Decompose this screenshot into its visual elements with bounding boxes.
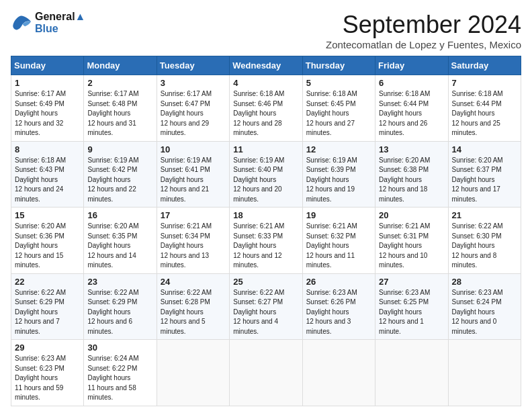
weekday-header: Sunday xyxy=(11,56,84,75)
calendar-day-cell: 8 Sunrise: 6:18 AM Sunset: 6:43 PM Dayli… xyxy=(11,141,84,208)
day-number: 16 xyxy=(87,210,152,220)
calendar-day-cell: 7 Sunrise: 6:18 AM Sunset: 6:44 PM Dayli… xyxy=(448,75,521,142)
weekday-header: Friday xyxy=(375,56,448,75)
calendar-day-cell: 18 Sunrise: 6:21 AM Sunset: 6:33 PM Dayl… xyxy=(230,208,302,274)
day-info: Sunrise: 6:21 AM Sunset: 6:31 PM Dayligh… xyxy=(379,222,444,271)
calendar-day-cell: 19 Sunrise: 6:21 AM Sunset: 6:32 PM Dayl… xyxy=(302,208,375,274)
day-number: 13 xyxy=(379,144,444,154)
weekday-header: Monday xyxy=(84,56,157,75)
day-info: Sunrise: 6:23 AM Sunset: 6:24 PM Dayligh… xyxy=(452,288,517,337)
calendar-day-cell: 25 Sunrise: 6:22 AM Sunset: 6:27 PM Dayl… xyxy=(230,273,302,340)
day-info: Sunrise: 6:17 AM Sunset: 6:49 PM Dayligh… xyxy=(15,89,80,138)
day-info: Sunrise: 6:20 AM Sunset: 6:35 PM Dayligh… xyxy=(87,222,152,271)
calendar-day-cell: 1 Sunrise: 6:17 AM Sunset: 6:49 PM Dayli… xyxy=(11,75,84,142)
day-info: Sunrise: 6:19 AM Sunset: 6:41 PM Dayligh… xyxy=(161,156,226,205)
day-number: 7 xyxy=(452,78,517,88)
calendar-day-cell: 16 Sunrise: 6:20 AM Sunset: 6:35 PM Dayl… xyxy=(84,208,157,274)
day-info: Sunrise: 6:20 AM Sunset: 6:36 PM Dayligh… xyxy=(15,222,80,271)
calendar-day-cell: 26 Sunrise: 6:23 AM Sunset: 6:26 PM Dayl… xyxy=(302,273,375,340)
weekday-header-row: SundayMondayTuesdayWednesdayThursdayFrid… xyxy=(11,56,521,75)
day-number: 4 xyxy=(233,78,298,88)
day-info: Sunrise: 6:20 AM Sunset: 6:37 PM Dayligh… xyxy=(452,156,517,205)
day-number: 15 xyxy=(15,210,80,220)
calendar-day-cell: 17 Sunrise: 6:21 AM Sunset: 6:34 PM Dayl… xyxy=(157,208,229,274)
weekday-header: Tuesday xyxy=(157,56,229,75)
day-info: Sunrise: 6:23 AM Sunset: 6:26 PM Dayligh… xyxy=(306,288,371,337)
day-info: Sunrise: 6:23 AM Sunset: 6:25 PM Dayligh… xyxy=(379,288,444,337)
day-info: Sunrise: 6:19 AM Sunset: 6:39 PM Dayligh… xyxy=(306,156,371,205)
calendar-day-cell xyxy=(157,340,229,406)
location-title: Zontecomatlan de Lopez y Fuentes, Mexico xyxy=(326,39,521,50)
day-info: Sunrise: 6:17 AM Sunset: 6:47 PM Dayligh… xyxy=(161,89,226,138)
day-number: 17 xyxy=(161,210,226,220)
day-number: 24 xyxy=(161,277,226,287)
day-info: Sunrise: 6:24 AM Sunset: 6:22 PM Dayligh… xyxy=(87,354,152,403)
day-number: 21 xyxy=(452,210,517,220)
page-header: General▲ Blue September 2024 Zontecomatl… xyxy=(11,11,521,50)
day-number: 12 xyxy=(306,144,371,154)
day-number: 26 xyxy=(306,277,371,287)
calendar-day-cell: 11 Sunrise: 6:19 AM Sunset: 6:40 PM Dayl… xyxy=(230,141,302,208)
weekday-header: Wednesday xyxy=(230,56,302,75)
day-info: Sunrise: 6:21 AM Sunset: 6:33 PM Dayligh… xyxy=(233,222,298,271)
calendar-day-cell: 22 Sunrise: 6:22 AM Sunset: 6:29 PM Dayl… xyxy=(11,273,84,340)
day-info: Sunrise: 6:23 AM Sunset: 6:23 PM Dayligh… xyxy=(15,354,80,403)
calendar-day-cell xyxy=(448,340,521,406)
day-number: 29 xyxy=(15,342,80,353)
calendar-day-cell: 24 Sunrise: 6:22 AM Sunset: 6:28 PM Dayl… xyxy=(157,273,229,340)
calendar-week-row: 22 Sunrise: 6:22 AM Sunset: 6:29 PM Dayl… xyxy=(11,273,521,340)
day-number: 14 xyxy=(452,144,517,154)
day-info: Sunrise: 6:22 AM Sunset: 6:28 PM Dayligh… xyxy=(161,288,226,337)
calendar-day-cell: 23 Sunrise: 6:22 AM Sunset: 6:29 PM Dayl… xyxy=(84,273,157,340)
calendar-day-cell: 14 Sunrise: 6:20 AM Sunset: 6:37 PM Dayl… xyxy=(448,141,521,208)
day-number: 11 xyxy=(233,144,298,154)
calendar-day-cell: 28 Sunrise: 6:23 AM Sunset: 6:24 PM Dayl… xyxy=(448,273,521,340)
day-info: Sunrise: 6:22 AM Sunset: 6:27 PM Dayligh… xyxy=(233,288,298,337)
calendar-day-cell: 15 Sunrise: 6:20 AM Sunset: 6:36 PM Dayl… xyxy=(11,208,84,274)
month-title: September 2024 xyxy=(326,11,521,39)
calendar-week-row: 29 Sunrise: 6:23 AM Sunset: 6:23 PM Dayl… xyxy=(11,340,521,406)
day-number: 6 xyxy=(379,78,444,88)
day-number: 3 xyxy=(161,78,226,88)
calendar-day-cell: 21 Sunrise: 6:22 AM Sunset: 6:30 PM Dayl… xyxy=(448,208,521,274)
day-number: 28 xyxy=(452,277,517,287)
day-number: 18 xyxy=(233,210,298,220)
day-number: 10 xyxy=(161,144,226,154)
day-info: Sunrise: 6:18 AM Sunset: 6:44 PM Dayligh… xyxy=(379,89,444,138)
day-info: Sunrise: 6:22 AM Sunset: 6:30 PM Dayligh… xyxy=(452,222,517,271)
logo: General▲ Blue xyxy=(11,11,85,35)
day-info: Sunrise: 6:17 AM Sunset: 6:48 PM Dayligh… xyxy=(87,89,152,138)
day-info: Sunrise: 6:19 AM Sunset: 6:40 PM Dayligh… xyxy=(233,156,298,205)
calendar-week-row: 1 Sunrise: 6:17 AM Sunset: 6:49 PM Dayli… xyxy=(11,75,521,142)
day-number: 8 xyxy=(15,144,80,154)
day-info: Sunrise: 6:18 AM Sunset: 6:46 PM Dayligh… xyxy=(233,89,298,138)
day-number: 22 xyxy=(15,277,80,287)
day-number: 30 xyxy=(87,342,152,353)
day-info: Sunrise: 6:21 AM Sunset: 6:32 PM Dayligh… xyxy=(306,222,371,271)
calendar-day-cell: 2 Sunrise: 6:17 AM Sunset: 6:48 PM Dayli… xyxy=(84,75,157,142)
calendar-day-cell: 5 Sunrise: 6:18 AM Sunset: 6:45 PM Dayli… xyxy=(302,75,375,142)
calendar-day-cell: 10 Sunrise: 6:19 AM Sunset: 6:41 PM Dayl… xyxy=(157,141,229,208)
calendar-day-cell: 20 Sunrise: 6:21 AM Sunset: 6:31 PM Dayl… xyxy=(375,208,448,274)
day-info: Sunrise: 6:21 AM Sunset: 6:34 PM Dayligh… xyxy=(161,222,226,271)
day-info: Sunrise: 6:18 AM Sunset: 6:45 PM Dayligh… xyxy=(306,89,371,138)
logo-icon xyxy=(11,13,32,32)
day-info: Sunrise: 6:19 AM Sunset: 6:42 PM Dayligh… xyxy=(87,156,152,205)
logo-text: General▲ Blue xyxy=(35,11,85,35)
calendar-day-cell: 6 Sunrise: 6:18 AM Sunset: 6:44 PM Dayli… xyxy=(375,75,448,142)
day-info: Sunrise: 6:18 AM Sunset: 6:44 PM Dayligh… xyxy=(452,89,517,138)
calendar-day-cell xyxy=(302,340,375,406)
calendar-day-cell: 30 Sunrise: 6:24 AM Sunset: 6:22 PM Dayl… xyxy=(84,340,157,406)
calendar-day-cell: 12 Sunrise: 6:19 AM Sunset: 6:39 PM Dayl… xyxy=(302,141,375,208)
day-number: 9 xyxy=(87,144,152,154)
day-number: 23 xyxy=(87,277,152,287)
day-number: 27 xyxy=(379,277,444,287)
day-info: Sunrise: 6:20 AM Sunset: 6:38 PM Dayligh… xyxy=(379,156,444,205)
day-number: 25 xyxy=(233,277,298,287)
day-number: 20 xyxy=(379,210,444,220)
calendar-table: SundayMondayTuesdayWednesdayThursdayFrid… xyxy=(11,56,521,406)
title-section: September 2024 Zontecomatlan de Lopez y … xyxy=(326,11,521,50)
calendar-day-cell xyxy=(230,340,302,406)
calendar-day-cell: 27 Sunrise: 6:23 AM Sunset: 6:25 PM Dayl… xyxy=(375,273,448,340)
day-info: Sunrise: 6:22 AM Sunset: 6:29 PM Dayligh… xyxy=(15,288,80,337)
